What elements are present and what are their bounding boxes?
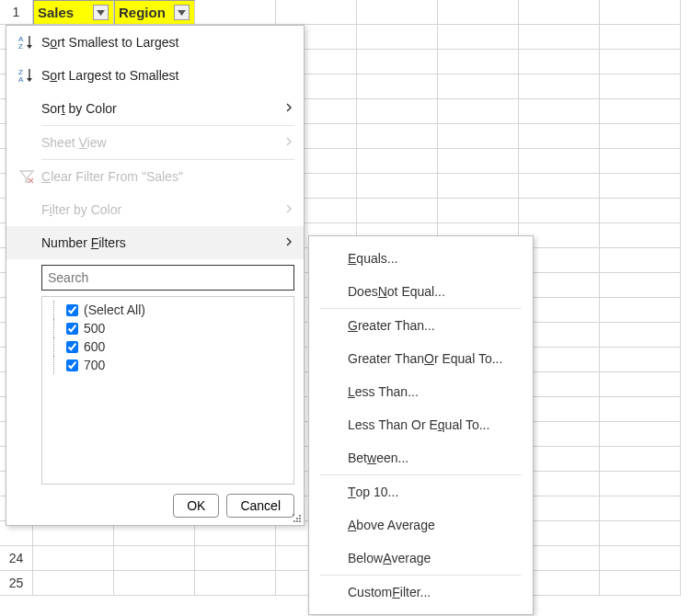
filter-dropdown-button[interactable] [174, 5, 190, 20]
svg-text:A: A [18, 75, 24, 84]
filter-value-label: 500 [84, 321, 105, 336]
cancel-button[interactable]: Cancel [226, 494, 294, 518]
chevron-right-icon [278, 101, 293, 116]
filter-not-equal[interactable]: Does Not Equal... [309, 275, 533, 308]
filter-dropdown-button[interactable] [93, 5, 109, 20]
row-number[interactable]: 25 [0, 571, 33, 596]
checkbox[interactable] [66, 323, 78, 335]
filter-between[interactable]: Between... [309, 441, 533, 474]
resize-grip[interactable] [293, 514, 302, 523]
svg-marker-5 [27, 45, 32, 49]
filter-value-select-all[interactable]: (Select All) [48, 301, 288, 319]
chevron-right-icon [278, 202, 293, 217]
menu-label: Clear Filter From "Sales" [40, 169, 293, 184]
svg-marker-0 [97, 10, 105, 16]
cell[interactable] [276, 0, 357, 25]
filter-value-item[interactable]: 700 [48, 356, 288, 374]
filter-top-10[interactable]: Top 10... [309, 475, 533, 508]
svg-marker-9 [27, 78, 32, 82]
filter-less-equal[interactable]: Less Than Or Equal To... [309, 408, 533, 441]
column-header-label: Sales [38, 5, 74, 20]
menu-label: Sheet View [40, 135, 278, 150]
menu-label: Filter by Color [40, 202, 278, 217]
filter-value-item[interactable]: 500 [48, 319, 288, 337]
sort-descending-icon: Z A [14, 67, 40, 84]
ok-button[interactable]: OK [173, 494, 219, 518]
column-header-label: Region [119, 5, 166, 20]
number-filters-submenu: Equals... Does Not Equal... Greater Than… [308, 235, 534, 615]
filter-greater-than[interactable]: Greater Than... [309, 309, 533, 342]
filter-by-color: Filter by Color [6, 193, 304, 226]
cell[interactable] [195, 0, 276, 25]
chevron-right-icon [278, 235, 293, 250]
svg-text:Z: Z [18, 42, 23, 51]
menu-label: Sort by Color [40, 101, 278, 116]
menu-label: Number Filters [40, 235, 278, 250]
filter-less-than[interactable]: Less Than... [309, 375, 533, 408]
chevron-right-icon [278, 135, 293, 150]
clear-filter: Clear Filter From "Sales" [6, 160, 304, 193]
filter-custom[interactable]: Custom Filter... [309, 576, 533, 609]
filter-value-item[interactable]: 600 [48, 337, 288, 356]
checkbox[interactable] [66, 359, 78, 371]
filter-value-label: 600 [84, 339, 105, 354]
cell[interactable] [438, 0, 519, 25]
cell[interactable] [600, 0, 681, 25]
checkbox[interactable] [66, 304, 78, 316]
menu-label: Sort Largest to Smallest [40, 68, 293, 83]
menu-label: Sort Smallest to Largest [40, 35, 293, 50]
autofilter-dropdown: A Z Sort Smallest to Largest Z A Sort La… [6, 25, 305, 526]
sort-by-color[interactable]: Sort by Color [6, 92, 304, 125]
cell[interactable] [357, 0, 438, 25]
filter-search-input[interactable] [41, 265, 294, 291]
filter-equals[interactable]: Equals... [309, 242, 533, 275]
sort-ascending[interactable]: A Z Sort Smallest to Largest [6, 26, 304, 59]
row-number[interactable]: 1 [0, 0, 33, 25]
column-header-region[interactable]: Region [114, 0, 195, 25]
sort-ascending-icon: A Z [14, 34, 40, 51]
filter-below-average[interactable]: Below Average [309, 542, 533, 575]
filter-value-label: 700 [84, 358, 105, 372]
clear-filter-icon [14, 168, 40, 185]
svg-marker-1 [178, 10, 186, 16]
filter-value-label: (Select All) [84, 302, 145, 317]
sheet-view: Sheet View [6, 126, 304, 159]
checkbox[interactable] [66, 341, 78, 353]
filter-above-average[interactable]: Above Average [309, 508, 533, 542]
sort-descending[interactable]: Z A Sort Largest to Smallest [6, 59, 304, 92]
row-number[interactable]: 24 [0, 546, 33, 571]
cell[interactable] [519, 0, 600, 25]
number-filters[interactable]: Number Filters [6, 226, 304, 259]
column-header-sales[interactable]: Sales [33, 0, 114, 25]
filter-greater-equal[interactable]: Greater Than Or Equal To... [309, 342, 533, 375]
filter-values-list[interactable]: (Select All) 500 600 700 [41, 296, 294, 485]
